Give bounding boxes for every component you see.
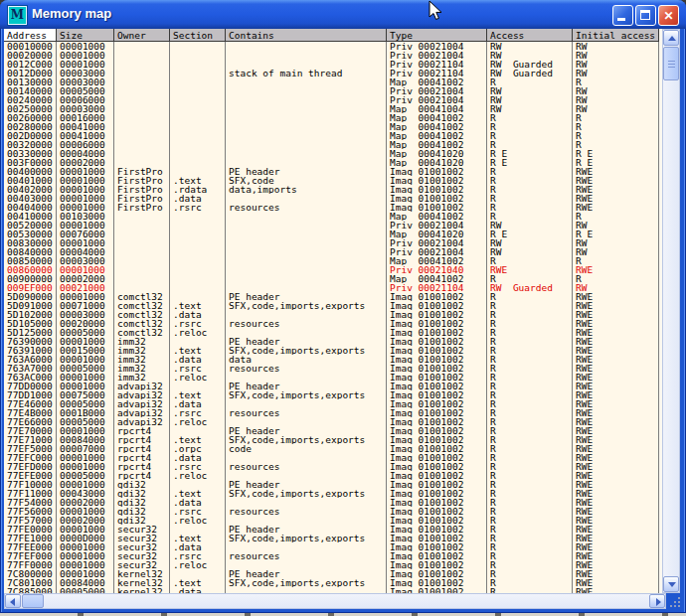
scroll-up-button[interactable]	[663, 30, 679, 46]
table-row[interactable]: 5D09100000071000comctl32.textSFX,code,im…	[4, 301, 659, 310]
table-row[interactable]: 0053000000076000Map 00041020R ER E	[4, 230, 659, 238]
table-row[interactable]: 0032000000006000Map 00041002RR	[4, 140, 659, 149]
cell-type: Imag 01001002	[387, 489, 487, 498]
table-row[interactable]: 0090000000002000Map 00041002RR	[4, 274, 659, 283]
table-row[interactable]: 0013000000003000Map 00041002RR	[4, 77, 659, 86]
table-row[interactable]: 77F1100000043000gdi32.textSFX,code,impor…	[4, 489, 659, 498]
cell-size: 00001000	[57, 542, 114, 551]
table-row[interactable]: 0012C00000001000Priv 00021104RW GuardedR…	[4, 60, 659, 69]
maximize-button[interactable]	[635, 5, 656, 26]
table-row[interactable]: 003F000000002000Map 00041020R ER E	[4, 158, 659, 167]
table-row[interactable]: 77E7000000001000rpcrt4PE headerImag 0100…	[4, 426, 659, 435]
table-row[interactable]: 0028000000041000Map 00041002RR	[4, 122, 659, 131]
table-row[interactable]: 77DD000000001000advapi32PE headerImag 01…	[4, 382, 659, 390]
table-row[interactable]: 763A700000005000imm32.rsrcresourcesImag …	[4, 364, 659, 373]
table-row[interactable]: 0001000000001000Priv 00021004RWRW	[4, 42, 659, 51]
table-row[interactable]: 0012D00000003000stack of main threadPriv…	[4, 69, 659, 77]
table-row[interactable]: 0040100000001000FirstPro.textSFX,codeIma…	[4, 176, 659, 185]
table-row[interactable]: 009EF00000021000Priv 00021104RW GuardedR…	[4, 283, 659, 292]
table-row[interactable]: 77FEF00000001000secur32.rsrcresourcesIma…	[4, 551, 659, 560]
table-row[interactable]: 0083000000001000Priv 00021004RWRW	[4, 238, 659, 247]
table-row[interactable]: 0040300000001000FirstPro.dataImag 010010…	[4, 194, 659, 203]
column-header-address[interactable]: Address	[4, 29, 57, 41]
table-row[interactable]: 002D000000041000Map 00041002RR	[4, 131, 659, 140]
vertical-scrollbar[interactable]	[662, 29, 680, 593]
table-row[interactable]: 0085000000003000Map 00041002RR	[4, 256, 659, 265]
cell-type: Imag 01001002	[387, 578, 487, 587]
table-row[interactable]: 77EFD00000001000rpcrt4.rsrcresourcesImag…	[4, 462, 659, 471]
column-header-owner[interactable]: Owner	[114, 29, 170, 41]
table-row[interactable]: 0040000000001000FirstProPE headerImag 01…	[4, 167, 659, 176]
column-header-access[interactable]: Access	[487, 29, 573, 41]
resize-grip[interactable]	[667, 594, 682, 609]
table-row[interactable]: 763A600000001000imm32.datadataImag 01001…	[4, 355, 659, 364]
table-row[interactable]: 0052000000001000Priv 00021004RWRW	[4, 221, 659, 230]
vertical-scroll-thumb[interactable]	[663, 47, 679, 80]
cell-contains: resources	[226, 364, 387, 373]
table-row[interactable]: 77EFE00000005000rpcrt4.relocImag 0100100…	[4, 471, 659, 480]
column-header-section[interactable]: Section	[170, 29, 226, 41]
table-row[interactable]: 77DD100000075000advapi32.textSFX,code,im…	[4, 390, 659, 399]
cell-address: 00860000	[4, 265, 57, 274]
scroll-right-button[interactable]	[649, 594, 665, 608]
table-row[interactable]: 0040200000001000FirstPro.rdatadata,impor…	[4, 185, 659, 194]
table-row[interactable]: 77F5700000002000gdi32.relocImag 01001002…	[4, 516, 659, 525]
table-row[interactable]: 0040400000001000FirstPro.rsrcresourcesIm…	[4, 203, 659, 212]
table-row[interactable]: 0086000000001000Priv 00021040RWERWE	[4, 265, 659, 274]
cell-initial_access: R	[573, 140, 659, 149]
table-row[interactable]: 77EFC00000001000rpcrt4.dataImag 01001002…	[4, 453, 659, 462]
table-row[interactable]: 77FEE00000001000secur32.dataImag 0100100…	[4, 542, 659, 551]
table-row[interactable]: 77EF500000007000rpcrt4.orpccodeImag 0100…	[4, 444, 659, 453]
cell-access: R	[487, 480, 573, 489]
table-row[interactable]: 0024000000006000Priv 00021004RWRW	[4, 95, 659, 104]
table-row[interactable]: 77FE000000001000secur32PE headerImag 010…	[4, 525, 659, 534]
cell-owner: imm32	[114, 373, 170, 382]
table-row[interactable]: 77E7100000084000rpcrt4.textSFX,code,impo…	[4, 435, 659, 444]
table-row[interactable]: 0026000000016000Map 00041002RR	[4, 113, 659, 122]
column-header-initial_access[interactable]: Initial access	[573, 29, 659, 41]
titlebar[interactable]: M Memory map ✕	[0, 0, 686, 29]
table-row[interactable]: 7639100000015000imm32.textSFX,code,impor…	[4, 346, 659, 355]
horizontal-scroll-thumb[interactable]	[22, 594, 44, 608]
table-row[interactable]: 0002000000001000Priv 00021004RWRW	[4, 51, 659, 60]
column-header-contains[interactable]: Contains	[226, 29, 387, 41]
chevron-down-icon	[668, 582, 676, 587]
table-row[interactable]: 77FF000000001000secur32.relocImag 010010…	[4, 560, 659, 569]
table-row[interactable]: 0014000000005000Priv 00021004RWRW	[4, 86, 659, 95]
table-row[interactable]: 0033000000004000Map 00041020R ER E	[4, 149, 659, 158]
column-header-size[interactable]: Size	[57, 29, 114, 41]
table-row[interactable]: 7C80000000001000kernel32PE headerImag 01…	[4, 569, 659, 578]
horizontal-scrollbar[interactable]	[4, 593, 666, 609]
table-row[interactable]: 77E4B0000001B000advapi32.rsrcresourcesIm…	[4, 408, 659, 417]
table-row[interactable]: 0025000000003000Map 00041004RWRW	[4, 104, 659, 113]
close-button[interactable]: ✕	[658, 5, 679, 26]
table-row[interactable]: 77F1000000001000gdi32PE headerImag 01001…	[4, 480, 659, 489]
table-row[interactable]: 5D10200000003000comctl32.dataImag 010010…	[4, 310, 659, 319]
column-header-type[interactable]: Type	[387, 29, 487, 41]
scroll-left-button[interactable]	[5, 594, 21, 608]
table-row[interactable]: 77F5400000002000gdi32.dataImag 01001002R…	[4, 498, 659, 507]
table-row[interactable]: 77FE10000000D000secur32.textSFX,code,imp…	[4, 534, 659, 542]
cell-contains	[226, 560, 387, 569]
table-row[interactable]: 77F5600000001000gdi32.rsrcresourcesImag …	[4, 507, 659, 516]
cell-address: 77E4B000	[4, 408, 57, 417]
cell-initial_access: RW	[573, 247, 659, 256]
cell-initial_access: RWE	[573, 301, 659, 310]
table-row[interactable]: 7639000000001000imm32PE headerImag 01001…	[4, 337, 659, 346]
cell-initial_access: RWE	[573, 542, 659, 551]
table-row[interactable]: 7C80100000084000kernel32.textSFX,code,im…	[4, 578, 659, 587]
table-row[interactable]: 0084000000004000Priv 00021004RWRW	[4, 247, 659, 256]
cell-section: .text	[170, 578, 226, 587]
table-row[interactable]: 77E4600000005000advapi32.dataImag 010010…	[4, 399, 659, 408]
cell-contains: resources	[226, 507, 387, 516]
minimize-button[interactable]	[612, 5, 633, 26]
table-row[interactable]: 5D12500000005000comctl32.relocImag 01001…	[4, 328, 659, 337]
table-row[interactable]: 763AC00000001000imm32.relocImag 01001002…	[4, 373, 659, 382]
table-row[interactable]: 0041000000103000Map 00041002RR	[4, 212, 659, 221]
cell-initial_access: RWE	[573, 364, 659, 373]
table-row[interactable]: 5D10500000020000comctl32.rsrcresourcesIm…	[4, 319, 659, 328]
cell-owner: kernel32	[114, 569, 170, 578]
table-row[interactable]: 5D09000000001000comctl32PE headerImag 01…	[4, 292, 659, 301]
table-row[interactable]: 77E6600000005000advapi32.relocImag 01001…	[4, 417, 659, 426]
scroll-down-button[interactable]	[663, 576, 679, 592]
